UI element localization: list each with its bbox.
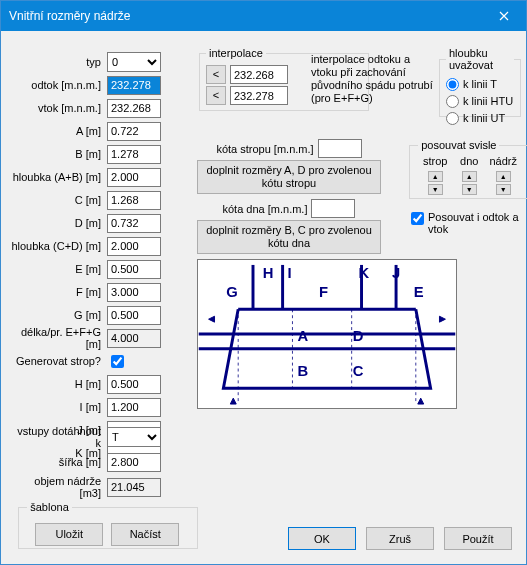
CD-input[interactable] [107,237,161,256]
template-group: šablona Uložit Načíst [18,501,198,549]
kota-dna-label: kóta dna [m.n.m.] [223,203,308,215]
shift-also-checkbox[interactable]: Posouvat i odtok a vtok [411,211,519,235]
svg-text:J: J [392,265,400,281]
I-label: I [m] [11,401,107,413]
B-label: B [m] [11,148,107,160]
close-icon [499,11,509,21]
odtok-label: odtok [m.n.m.] [11,79,107,91]
kota-dna-input[interactable] [311,199,355,218]
chevron-down-icon: ▼ [428,184,443,195]
left-column: typ 0 odtok [m.n.m.] vtok [m.n.m.] A [m]… [11,51,183,465]
apply-button[interactable]: Použít [444,527,512,550]
H-label: H [m] [11,378,107,390]
svg-text:E: E [414,284,424,300]
svg-text:G: G [226,284,238,300]
H-input[interactable] [107,375,161,394]
G-label: G [m] [11,309,107,321]
kota-stropu-block: kóta stropu [m.n.m.] doplnit rozměry A, … [197,139,381,194]
window-title: Vnitřní rozměry nádrže [9,9,130,23]
svg-text:K: K [359,265,370,281]
C-input[interactable] [107,191,161,210]
depth-legend: hloubku uvažovat [446,47,514,71]
AB-label: hloubka (A+B) [m] [11,171,107,183]
typ-select[interactable]: 0 [107,52,161,72]
A-label: A [m] [11,125,107,137]
A-input[interactable] [107,122,161,141]
svg-text:D: D [353,328,364,344]
shift-strop-spinner[interactable]: ▲▼ [428,171,443,195]
gen-label: Generovat strop? [11,355,107,367]
chevron-up-icon: ▲ [496,171,511,182]
depth-group: hloubku uvažovat k linii T k linii HTU k… [439,47,521,117]
depth-opt1[interactable]: k linii T [446,76,514,92]
depth-opt3[interactable]: k linii UT [446,110,514,126]
sirka-input[interactable] [107,453,161,472]
shift-nadrz-spinner[interactable]: ▲▼ [496,171,511,195]
diagram: H I K J G F E A D B C [197,259,457,409]
B-input[interactable] [107,145,161,164]
objem-output [107,478,161,497]
chevron-up-icon: ▲ [462,171,477,182]
svg-text:H: H [263,265,274,281]
F-label: F [m] [11,286,107,298]
interpolation-description: interpolace odtoku a vtoku při zachování… [311,53,435,105]
interp-v1-input[interactable] [230,65,288,84]
svg-text:B: B [297,363,308,379]
F-input[interactable] [107,283,161,302]
fill-BC-button[interactable]: doplnit rozměry B, C pro zvolenou kótu d… [197,220,381,254]
D-label: D [m] [11,217,107,229]
G-input[interactable] [107,306,161,325]
chevron-down-icon: ▼ [462,184,477,195]
interp-lt2-button[interactable]: < [206,86,226,105]
cancel-button[interactable]: Zruš [366,527,434,550]
shift-nadrz-label: nádrž [489,155,517,169]
kota-stropu-label: kóta stropu [m.n.m.] [216,143,313,155]
kota-stropu-input[interactable] [318,139,362,158]
svg-text:F: F [319,284,328,300]
C-label: C [m] [11,194,107,206]
fill-AD-button[interactable]: doplnit rozměry A, D pro zvolenou kótu s… [197,160,381,194]
shift-group: posouvat svisle strop ▲▼ dno ▲▼ nádrž ▲▼ [409,139,527,199]
interpolation-legend: interpolace [206,47,266,59]
shift-strop-label: strop [423,155,447,169]
dialog-window: Vnitřní rozměry nádrže typ 0 odtok [m.n.… [0,0,527,565]
shift-legend: posouvat svisle [418,139,499,151]
chevron-up-icon: ▲ [428,171,443,182]
svg-text:C: C [353,363,364,379]
titlebar: Vnitřní rozměry nádrže [1,1,526,31]
ok-button[interactable]: OK [288,527,356,550]
EFG-input[interactable] [107,329,161,348]
close-button[interactable] [481,1,526,31]
E-label: E [m] [11,263,107,275]
odtok-input[interactable] [107,76,161,95]
chevron-down-icon: ▼ [496,184,511,195]
vstupy-select[interactable]: T [107,427,161,447]
D-input[interactable] [107,214,161,233]
sirka-label: šířka [m] [11,456,107,468]
svg-text:I: I [288,265,292,281]
AB-input[interactable] [107,168,161,187]
vstupy-label: vstupy dotáhnout k [11,425,107,449]
svg-text:A: A [297,328,308,344]
template-legend: šablona [27,501,72,513]
objem-label: objem nádrže [m3] [11,475,107,499]
interp-v2-input[interactable] [230,86,288,105]
main-buttons: OK Zruš Použít [288,527,512,550]
interp-lt1-button[interactable]: < [206,65,226,84]
load-template-button[interactable]: Načíst [111,523,179,546]
shift-dno-spinner[interactable]: ▲▼ [462,171,477,195]
depth-opt2[interactable]: k linii HTU [446,93,514,109]
CD-label: hloubka (C+D) [m] [11,240,107,252]
kota-dna-block: kóta dna [m.n.m.] doplnit rozměry B, C p… [197,199,381,254]
I-input[interactable] [107,398,161,417]
generate-roof-checkbox[interactable] [111,355,124,368]
EFG-label: délka/pr. E+F+G [m] [11,326,107,350]
E-input[interactable] [107,260,161,279]
typ-label: typ [11,56,107,68]
vtok-label: vtok [m.n.m.] [11,102,107,114]
vtok-input[interactable] [107,99,161,118]
save-template-button[interactable]: Uložit [35,523,103,546]
shift-dno-label: dno [460,155,478,169]
